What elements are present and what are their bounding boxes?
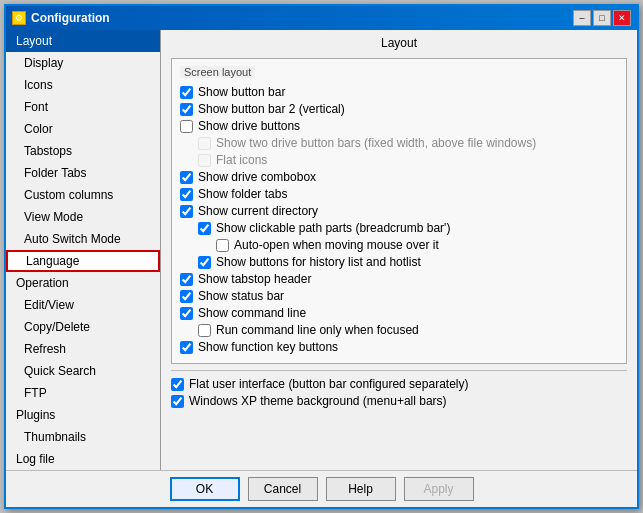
checkbox-label-command-line: Show command line bbox=[198, 306, 306, 320]
configuration-window: ⚙ Configuration – □ ✕ LayoutDisplayIcons… bbox=[4, 4, 639, 509]
checkbox-auto-open[interactable] bbox=[216, 239, 229, 252]
sidebar-item-ftp[interactable]: FTP bbox=[6, 382, 160, 404]
checkbox-status-bar[interactable] bbox=[180, 290, 193, 303]
check-row-drive-btns: Show drive buttons bbox=[180, 119, 618, 133]
window-title: Configuration bbox=[31, 11, 110, 25]
checkbox-label-flat-icons: Flat icons bbox=[216, 153, 267, 167]
checkbox-label-two-drive: Show two drive button bars (fixed width,… bbox=[216, 136, 536, 150]
sidebar-item-refresh[interactable]: Refresh bbox=[6, 338, 160, 360]
checkbox-label-drive-combo: Show drive combobox bbox=[198, 170, 316, 184]
checkbox-label-clickable-path: Show clickable path parts (breadcrumb ba… bbox=[216, 221, 450, 235]
check-row-command-line: Show command line bbox=[180, 306, 618, 320]
check-row-btn-bar2: Show button bar 2 (vertical) bbox=[180, 102, 618, 116]
check-row-history-btn: Show buttons for history list and hotlis… bbox=[198, 255, 618, 269]
sidebar-item-tabstops[interactable]: Tabstops bbox=[6, 140, 160, 162]
apply-button[interactable]: Apply bbox=[404, 477, 474, 501]
sidebar-item-auto-switch-mode[interactable]: Auto Switch Mode bbox=[6, 228, 160, 250]
divider bbox=[171, 370, 627, 371]
sidebar-item-view-mode[interactable]: View Mode bbox=[6, 206, 160, 228]
checkbox-two-drive[interactable] bbox=[198, 137, 211, 150]
checkbox-label-winxp-theme: Windows XP theme background (menu+all ba… bbox=[189, 394, 447, 408]
checkbox-command-line[interactable] bbox=[180, 307, 193, 320]
checkbox-func-keys[interactable] bbox=[180, 341, 193, 354]
checkbox-drive-btns[interactable] bbox=[180, 120, 193, 133]
sidebar-item-thumbnails[interactable]: Thumbnails bbox=[6, 426, 160, 448]
check-row-btn-bar: Show button bar bbox=[180, 85, 618, 99]
checkbox-label-history-btn: Show buttons for history list and hotlis… bbox=[216, 255, 421, 269]
checkbox-history-btn[interactable] bbox=[198, 256, 211, 269]
check-row-clickable-path: Show clickable path parts (breadcrumb ba… bbox=[198, 221, 618, 235]
checkbox-label-drive-btns: Show drive buttons bbox=[198, 119, 300, 133]
main-panel: Layout Screen layout Show button barShow… bbox=[161, 30, 637, 470]
checkbox-current-dir[interactable] bbox=[180, 205, 193, 218]
cancel-button[interactable]: Cancel bbox=[248, 477, 318, 501]
checkbox-label-flat-ui: Flat user interface (button bar configur… bbox=[189, 377, 468, 391]
sidebar-item-log-file[interactable]: Log file bbox=[6, 448, 160, 470]
sidebar-item-layout[interactable]: Layout bbox=[6, 30, 160, 52]
checkbox-drive-combo[interactable] bbox=[180, 171, 193, 184]
check-row-status-bar: Show status bar bbox=[180, 289, 618, 303]
checkbox-clickable-path[interactable] bbox=[198, 222, 211, 235]
minimize-button[interactable]: – bbox=[573, 10, 591, 26]
sidebar-item-color[interactable]: Color bbox=[6, 118, 160, 140]
check-row-func-keys: Show function key buttons bbox=[180, 340, 618, 354]
check-row-flat-ui: Flat user interface (button bar configur… bbox=[171, 377, 627, 391]
checkbox-flat-icons[interactable] bbox=[198, 154, 211, 167]
sidebar-item-custom-columns[interactable]: Custom columns bbox=[6, 184, 160, 206]
checkbox-label-current-dir: Show current directory bbox=[198, 204, 318, 218]
close-button[interactable]: ✕ bbox=[613, 10, 631, 26]
sidebar-item-edit-view[interactable]: Edit/View bbox=[6, 294, 160, 316]
checkbox-label-cmd-focused: Run command line only when focused bbox=[216, 323, 419, 337]
checkbox-flat-ui[interactable] bbox=[171, 378, 184, 391]
panel-title: Layout bbox=[171, 36, 627, 50]
title-controls: – □ ✕ bbox=[573, 10, 631, 26]
section-label: Screen layout bbox=[180, 66, 255, 78]
sidebar-item-copy-delete[interactable]: Copy/Delete bbox=[6, 316, 160, 338]
checkbox-winxp-theme[interactable] bbox=[171, 395, 184, 408]
checkbox-label-auto-open: Auto-open when moving mouse over it bbox=[234, 238, 439, 252]
checkbox-label-tabstop-header: Show tabstop header bbox=[198, 272, 311, 286]
checkbox-label-folder-tabs: Show folder tabs bbox=[198, 187, 287, 201]
sidebar-item-display[interactable]: Display bbox=[6, 52, 160, 74]
checkbox-label-status-bar: Show status bar bbox=[198, 289, 284, 303]
window-icon: ⚙ bbox=[12, 11, 26, 25]
ok-button[interactable]: OK bbox=[170, 477, 240, 501]
checkbox-folder-tabs[interactable] bbox=[180, 188, 193, 201]
checkbox-label-func-keys: Show function key buttons bbox=[198, 340, 338, 354]
check-row-winxp-theme: Windows XP theme background (menu+all ba… bbox=[171, 394, 627, 408]
sidebar-item-language[interactable]: Language bbox=[6, 250, 160, 272]
help-button[interactable]: Help bbox=[326, 477, 396, 501]
main-content: LayoutDisplayIconsFontColorTabstopsFolde… bbox=[6, 30, 637, 470]
check-row-current-dir: Show current directory bbox=[180, 204, 618, 218]
check-row-auto-open: Auto-open when moving mouse over it bbox=[216, 238, 618, 252]
checkbox-tabstop-header[interactable] bbox=[180, 273, 193, 286]
maximize-button[interactable]: □ bbox=[593, 10, 611, 26]
sidebar-item-icons[interactable]: Icons bbox=[6, 74, 160, 96]
check-row-drive-combo: Show drive combobox bbox=[180, 170, 618, 184]
sidebar-item-plugins[interactable]: Plugins bbox=[6, 404, 160, 426]
check-row-cmd-focused: Run command line only when focused bbox=[198, 323, 618, 337]
check-row-tabstop-header: Show tabstop header bbox=[180, 272, 618, 286]
check-row-flat-icons: Flat icons bbox=[198, 153, 618, 167]
sidebar-item-operation[interactable]: Operation bbox=[6, 272, 160, 294]
checkbox-btn-bar[interactable] bbox=[180, 86, 193, 99]
sidebar: LayoutDisplayIconsFontColorTabstopsFolde… bbox=[6, 30, 161, 470]
title-bar-left: ⚙ Configuration bbox=[12, 11, 110, 25]
screen-layout-section: Screen layout Show button barShow button… bbox=[171, 58, 627, 364]
checkbox-cmd-focused[interactable] bbox=[198, 324, 211, 337]
checkbox-label-btn-bar2: Show button bar 2 (vertical) bbox=[198, 102, 345, 116]
checkbox-label-btn-bar: Show button bar bbox=[198, 85, 285, 99]
check-row-two-drive: Show two drive button bars (fixed width,… bbox=[198, 136, 618, 150]
sidebar-item-font[interactable]: Font bbox=[6, 96, 160, 118]
check-row-folder-tabs: Show folder tabs bbox=[180, 187, 618, 201]
bottom-bar: OK Cancel Help Apply bbox=[6, 470, 637, 507]
checkbox-btn-bar2[interactable] bbox=[180, 103, 193, 116]
title-bar: ⚙ Configuration – □ ✕ bbox=[6, 6, 637, 30]
sidebar-item-folder-tabs[interactable]: Folder Tabs bbox=[6, 162, 160, 184]
sidebar-item-quick-search[interactable]: Quick Search bbox=[6, 360, 160, 382]
